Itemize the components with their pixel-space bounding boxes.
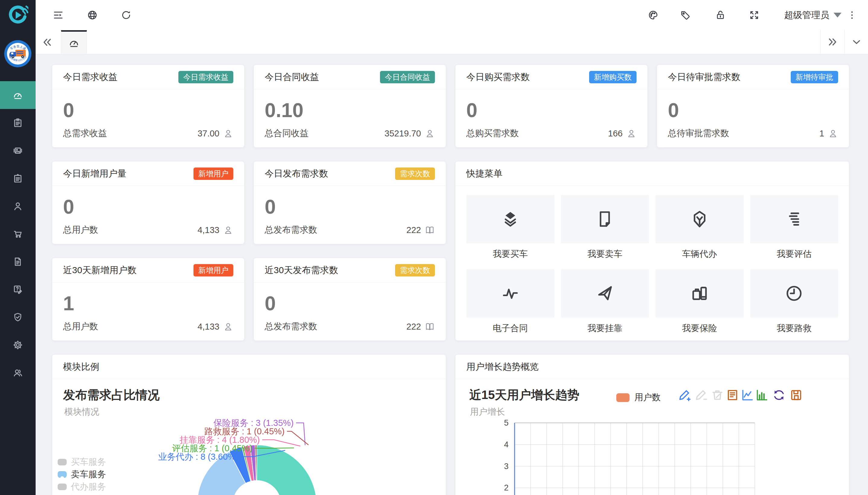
- quick-menu-insurance[interactable]: 我要保险: [656, 269, 744, 335]
- legend-item-buy-service[interactable]: 买车服务: [58, 456, 106, 468]
- gear-icon: [13, 340, 23, 350]
- help-edit-icon: [13, 284, 23, 294]
- sidebar-item-banner-image[interactable]: [0, 137, 36, 165]
- page-icon: [595, 210, 614, 228]
- status-badge: 新增用户: [193, 264, 233, 276]
- quick-menu-e-contract[interactable]: 电子合同: [466, 269, 554, 335]
- footer-label: 总需求收益: [63, 127, 107, 139]
- quick-menu-road-rescue[interactable]: 我要路救: [750, 269, 838, 335]
- stat-card-new-users-today: 今日新增用户量 新增用户 0 总用户数 4,133: [52, 161, 244, 244]
- stat-card-buy-demand: 今日购买需求数 新增购买数 0 总购买需求数 166: [455, 65, 648, 148]
- line-chart-grid: 5432: [455, 355, 849, 495]
- legend-item-agency-service[interactable]: 代办服务: [58, 481, 106, 493]
- footer-value: 1: [819, 129, 824, 139]
- person-icon: [626, 128, 637, 139]
- svg-text:3: 3: [504, 462, 508, 471]
- person-icon: [828, 128, 838, 139]
- svg-text:5: 5: [504, 418, 508, 427]
- tab-dashboard[interactable]: [61, 30, 87, 54]
- person-icon: [424, 128, 435, 139]
- quick-menu-affiliate[interactable]: 我要挂靠: [561, 269, 649, 335]
- stat-card-new-users-30d: 近30天新增用户数 新增用户 1 总用户数 4,133: [52, 258, 244, 341]
- legend-item-evaluate-service[interactable]: 评估服务: [58, 493, 106, 495]
- footer-value: 4,133: [197, 225, 220, 235]
- sidebar-item-users[interactable]: [0, 359, 36, 387]
- footer-label: 总发布需求数: [265, 321, 317, 332]
- legend-marker: [58, 483, 67, 490]
- app-logo: [0, 0, 36, 30]
- tag-icon[interactable]: [680, 10, 690, 20]
- status-badge: 需求次数: [395, 264, 435, 276]
- stat-card-demand-today: 今日发布需求数 需求次数 0 总发布需求数 222: [254, 161, 446, 244]
- sidebar-item-dashboard[interactable]: [0, 81, 36, 109]
- sidebar-item-document[interactable]: [0, 248, 36, 276]
- status-badge: 新增用户: [193, 168, 233, 180]
- quick-menu-evaluate[interactable]: 我要评估: [750, 195, 838, 260]
- footer-label: 总用户数: [63, 224, 98, 236]
- cube-icon: [690, 210, 709, 228]
- legend-marker: [58, 459, 67, 465]
- quick-menu-vehicle-agency[interactable]: 车辆代办: [656, 195, 744, 260]
- palette-icon[interactable]: [648, 10, 658, 20]
- sidebar-item-clipboard[interactable]: [0, 109, 36, 137]
- tabs-scroll-left-button[interactable]: [41, 36, 53, 48]
- topbar: 超级管理员: [36, 0, 868, 31]
- kebab-icon[interactable]: [847, 10, 857, 20]
- tabs-scroll-right-button[interactable]: [820, 30, 845, 54]
- quick-menu-card: 快捷菜单 我要买车 我要卖车 车辆代办 我要评估 电子合同 我要挂靠 我要保险 …: [455, 161, 849, 341]
- card-title: 今日购买需求数: [466, 71, 530, 83]
- banner-image-icon: [13, 146, 23, 156]
- shield-check-icon: [13, 312, 23, 322]
- globe-icon[interactable]: [87, 10, 98, 20]
- clock-icon: [785, 284, 803, 303]
- clipboard-form-icon: [13, 173, 23, 184]
- card-title: 今日待审批需求数: [668, 71, 740, 83]
- stat-value: 0: [52, 186, 244, 217]
- quick-menu-sell-car[interactable]: 我要卖车: [561, 195, 649, 260]
- quick-menu-buy-car[interactable]: 我要买车: [466, 195, 554, 260]
- card-title: 今日发布需求数: [265, 168, 328, 180]
- clipboard-icon: [13, 118, 23, 128]
- person-icon: [223, 322, 233, 332]
- footer-value: 222: [406, 225, 421, 235]
- footer-value: 35219.70: [384, 129, 421, 139]
- person-icon: [223, 128, 233, 139]
- stat-card-demand-income: 今日需求收益 今日需求收益 0 总需求收益 37.00: [52, 65, 244, 148]
- cart-icon: [13, 229, 23, 239]
- dashboard-icon: [69, 37, 80, 48]
- stat-value: 0: [254, 186, 446, 217]
- caret-down-icon: [834, 13, 841, 17]
- person-icon: [223, 225, 233, 235]
- status-badge: 需求次数: [395, 168, 435, 180]
- lock-icon[interactable]: [715, 10, 726, 20]
- module-ratio-card: 模块比例 发布需求占比情况 模块情况 保险服务 : 3 (1.35%) 路救服务…: [52, 354, 446, 495]
- status-badge: 今日合同收益: [380, 71, 435, 83]
- footer-label: 总购买需求数: [466, 127, 519, 139]
- tabs-menu-button[interactable]: [845, 30, 868, 54]
- stat-card-pending-approval: 今日待审批需求数 新增待审批 0 总待审批需求数 1: [657, 65, 849, 148]
- footer-value: 4,133: [197, 322, 220, 332]
- menu-unfold-icon[interactable]: [53, 10, 63, 20]
- sidebar: 车务掌上通 服务保障·出行无忧: [0, 0, 36, 495]
- user-menu[interactable]: 超级管理员: [784, 0, 841, 30]
- stat-value: 0: [254, 283, 446, 313]
- user-icon: [13, 201, 23, 211]
- status-badge: 今日需求收益: [178, 71, 233, 83]
- card-title: 今日新增用户量: [63, 168, 126, 180]
- sidebar-item-gear[interactable]: [0, 331, 36, 359]
- sidebar-item-user[interactable]: [0, 192, 36, 220]
- footer-label: 总合同收益: [265, 127, 309, 139]
- stat-value: 0: [52, 89, 244, 120]
- company-logo: 车务掌上通 服务保障·出行无忧: [4, 40, 32, 68]
- sidebar-item-clipboard-form[interactable]: [0, 165, 36, 192]
- users-icon: [13, 368, 23, 378]
- refresh-icon[interactable]: [121, 10, 131, 20]
- fullscreen-icon[interactable]: [749, 10, 759, 20]
- sidebar-item-cart[interactable]: [0, 220, 36, 248]
- sidebar-item-shield-check[interactable]: [0, 303, 36, 331]
- legend-item-sell-service[interactable]: 卖车服务: [58, 468, 106, 480]
- paper-plane-icon: [595, 284, 614, 303]
- sidebar-item-help-edit[interactable]: [0, 276, 36, 303]
- svg-text:2: 2: [504, 483, 508, 492]
- stat-value: 0: [657, 89, 849, 120]
